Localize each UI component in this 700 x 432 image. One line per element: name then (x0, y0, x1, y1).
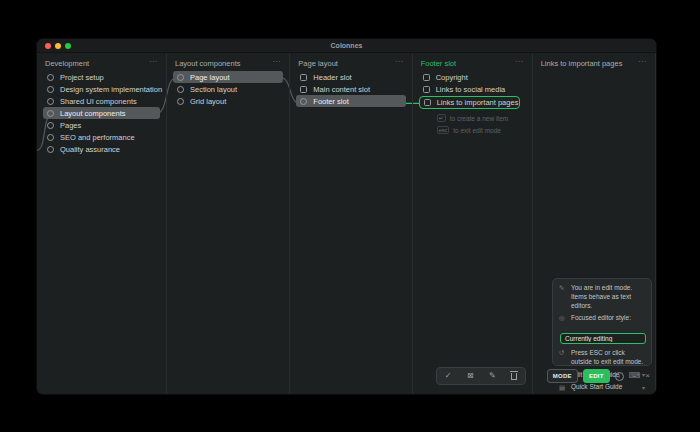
hint-create-item: ↵ to create a new item (437, 114, 532, 122)
book-icon: ▤ (559, 384, 567, 392)
pencil-icon[interactable]: ✎ (489, 372, 496, 380)
mode-button[interactable]: MODE (547, 369, 578, 383)
pencil-icon: ✎ (559, 284, 567, 292)
column-page-layout: Page layout ⋯ Header slot Main content s… (290, 53, 412, 395)
style-label: Focused editor style: (571, 314, 631, 323)
item-label: Shared UI components (60, 97, 137, 106)
list-item[interactable]: Project setup (43, 71, 160, 83)
list-item[interactable]: Links to social media (419, 83, 526, 95)
floating-toolbar: ✓ ⊠ ✎ (436, 367, 526, 385)
item-checkbox[interactable] (47, 98, 54, 105)
item-checkbox[interactable] (47, 110, 54, 117)
trash-icon[interactable] (511, 373, 517, 380)
info-icon[interactable]: i (615, 372, 624, 381)
list-item[interactable]: Main content slot (296, 83, 405, 95)
hint-exit-edit: esc to exit edit mode (437, 126, 532, 134)
item-checkbox[interactable] (47, 134, 54, 141)
column-header: Page layout ⋯ (290, 53, 411, 71)
exit-icon: ↺ (559, 349, 567, 357)
edit-mode-help-panel: ✎ You are in edit mode. Items behave as … (552, 278, 652, 366)
item-label: Grid layout (190, 97, 226, 106)
esc-note-row: ↺ Press ESC or click outside to exit edi… (559, 349, 645, 367)
columns-area: Development ⋯ Project setup Design syste… (37, 53, 656, 395)
column-menu-icon[interactable]: ⋯ (395, 59, 404, 65)
edit-hints: ↵ to create a new item esc to exit edit … (413, 114, 532, 134)
edit-button[interactable]: EDIT (583, 369, 610, 383)
item-checkbox[interactable] (177, 86, 184, 93)
item-label: Layout components (60, 109, 125, 118)
column-header: Development ⋯ (37, 53, 166, 71)
item-checkbox[interactable] (177, 98, 184, 105)
return-key-icon: ↵ (437, 114, 446, 122)
check-icon[interactable]: ✓ (445, 372, 452, 380)
column-title-active: Footer slot (421, 59, 456, 68)
column-header: Footer slot ⋯ (413, 53, 532, 71)
column-layout-components: Layout components ⋯ Page layout Section … (167, 53, 290, 395)
list-item[interactable]: Copyright (419, 71, 526, 83)
chevron-down-icon[interactable]: ▾ (642, 384, 645, 391)
hint-text: to create a new item (450, 115, 509, 122)
item-checkbox[interactable] (47, 86, 54, 93)
list-item-selected[interactable]: Page layout (173, 71, 283, 83)
item-checkbox[interactable] (177, 74, 184, 81)
item-checkbox[interactable] (47, 122, 54, 129)
item-list: Project setup Design system implementati… (37, 71, 166, 155)
note-text: You are in edit mode. Items behave as te… (571, 284, 645, 310)
style-icon: ◎ (559, 314, 567, 322)
item-label: Copyright (436, 73, 468, 82)
item-checkbox[interactable] (47, 74, 54, 81)
hint-text: to exit edit mode (453, 127, 501, 134)
item-checkbox[interactable] (424, 99, 431, 106)
list-item[interactable]: Section layout (173, 83, 283, 95)
list-item[interactable]: Design system implementation (43, 83, 160, 95)
column-footer-slot: Footer slot ⋯ Copyright Links to social … (413, 53, 533, 395)
item-label: Page layout (190, 73, 230, 82)
list-item[interactable]: Pages (43, 119, 160, 131)
item-label: Quality assurance (60, 145, 120, 154)
column-title: Layout components (175, 59, 240, 68)
list-item-selected[interactable]: Layout components (43, 107, 160, 119)
item-label: Project setup (60, 73, 104, 82)
item-checkbox[interactable] (423, 74, 430, 81)
clear-icon[interactable]: ⊠ (467, 372, 474, 380)
list-item[interactable]: Header slot (296, 71, 405, 83)
column-title: Development (45, 59, 89, 68)
list-item-selected[interactable]: Footer slot (296, 95, 405, 107)
item-checkbox[interactable] (300, 86, 307, 93)
column-header: Layout components ⋯ (167, 53, 289, 71)
item-label: Section layout (190, 85, 237, 94)
esc-key-icon: esc (437, 126, 450, 134)
column-title: Links to important pages (541, 59, 623, 68)
item-checkbox[interactable] (47, 146, 54, 153)
list-item[interactable]: Shared UI components (43, 95, 160, 107)
item-checkbox[interactable] (423, 86, 430, 93)
title-bar: Colonnes (37, 39, 656, 53)
close-icon[interactable]: × (645, 372, 650, 380)
editor-style-input[interactable] (560, 333, 646, 344)
list-item[interactable]: Grid layout (173, 95, 283, 107)
footer-controls: MODE EDIT i ⌨ × (547, 367, 650, 385)
esc-note-text: Press ESC or click outside to exit edit … (571, 349, 645, 367)
window-title: Colonnes (37, 42, 656, 49)
column-menu-icon[interactable]: ⋯ (272, 59, 281, 65)
item-label: Main content slot (313, 85, 370, 94)
item-checkbox[interactable] (300, 98, 307, 105)
item-label: Links to important pages (437, 98, 519, 107)
app-window: Colonnes Development ⋯ Project setup (36, 38, 657, 395)
column-title: Page layout (298, 59, 338, 68)
item-label: Footer slot (313, 97, 348, 106)
column-header: Links to important pages ⋯ (533, 53, 655, 71)
item-list: Copyright Links to social media Links to… (413, 71, 532, 134)
item-label: Pages (60, 121, 81, 130)
list-item[interactable]: Quality assurance (43, 143, 160, 155)
style-label-row: ◎ Focused editor style: (559, 314, 645, 323)
item-label: Design system implementation (60, 85, 162, 94)
list-item[interactable]: SEO and performance (43, 131, 160, 143)
keyboard-icon[interactable]: ⌨ (629, 372, 641, 380)
column-menu-icon[interactable]: ⋯ (515, 59, 524, 65)
column-menu-icon[interactable]: ⋯ (638, 59, 647, 65)
list-item-editing[interactable]: Links to important pages (419, 96, 520, 109)
column-menu-icon[interactable]: ⋯ (149, 59, 158, 65)
item-list: Header slot Main content slot Footer slo… (290, 71, 411, 107)
item-checkbox[interactable] (300, 74, 307, 81)
